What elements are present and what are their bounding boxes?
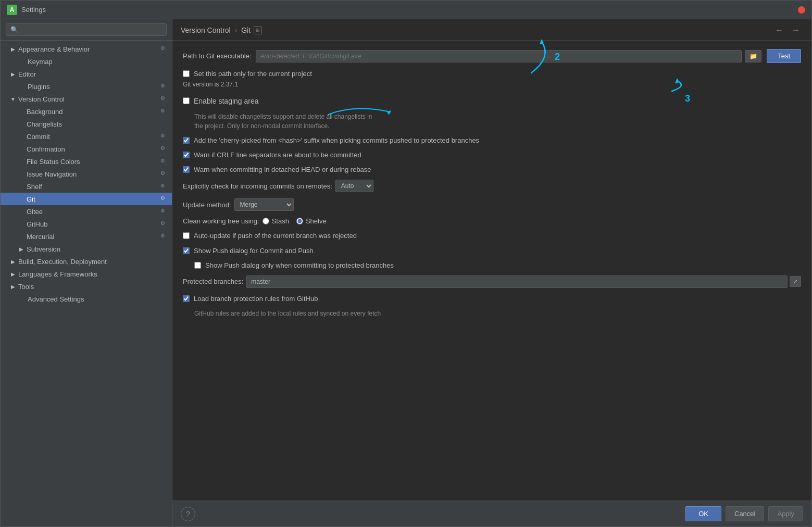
- clean-working-tree-row: Clean working tree using: Stash Shelve: [183, 217, 801, 225]
- arrow-icon: ▶: [9, 70, 17, 78]
- item-label: Commit: [27, 133, 160, 141]
- arrow-placeholder: [17, 145, 26, 153]
- staging-description: This will disable changelists support an…: [194, 112, 801, 131]
- incoming-commits-label: Explicitly check for incoming commits on…: [183, 182, 332, 190]
- sidebar-item-keymap[interactable]: Keymap: [1, 55, 172, 68]
- item-label: Version Control: [18, 95, 160, 103]
- shelve-option[interactable]: Shelve: [296, 217, 327, 225]
- auto-update-row: Auto-update if push of the current branc…: [183, 231, 801, 241]
- search-input[interactable]: [6, 23, 167, 36]
- update-method-select[interactable]: Merge Rebase Branch Default: [234, 198, 294, 211]
- detached-head-checkbox[interactable]: [183, 166, 190, 173]
- arrow-icon: ▶: [9, 282, 17, 291]
- path-row: Path to Git executable: 📁 Test: [183, 49, 801, 63]
- path-input-group: 📁: [256, 50, 762, 62]
- stash-radio[interactable]: [263, 218, 269, 224]
- content-panel: Version Control › Git ⊞ ← → Path to Git …: [172, 19, 811, 526]
- sidebar-item-issue-navigation[interactable]: Issue Navigation ⚙: [1, 168, 172, 180]
- content-header: Version Control › Git ⊞ ← →: [172, 19, 811, 41]
- show-push-protected-label[interactable]: Show Push dialog only when committing to…: [205, 261, 394, 270]
- show-push-dialog-label[interactable]: Show Push dialog for Commit and Push: [194, 246, 314, 256]
- protected-branches-input[interactable]: [246, 275, 788, 288]
- cancel-button[interactable]: Cancel: [726, 506, 764, 521]
- enable-staging-checkbox[interactable]: [183, 97, 190, 104]
- nav-back-button[interactable]: ←: [772, 24, 786, 36]
- arrow-placeholder: [17, 157, 26, 166]
- expand-button[interactable]: ⤢: [790, 276, 801, 287]
- show-push-dialog-checkbox[interactable]: [183, 247, 190, 254]
- auto-update-label[interactable]: Auto-update if push of the current branc…: [194, 231, 357, 241]
- browse-button[interactable]: 📁: [745, 50, 761, 62]
- item-label: Advanced Settings: [28, 295, 168, 303]
- arrow-icon: ▼: [9, 95, 17, 103]
- load-branch-checkbox[interactable]: [183, 295, 190, 302]
- help-button[interactable]: ?: [181, 507, 195, 521]
- sidebar-item-appearance[interactable]: ▶ Appearance & Behavior ⚙: [1, 43, 172, 55]
- settings-badge-icon: ⚙: [160, 45, 168, 53]
- bottom-bar: ? OK Cancel Apply: [172, 500, 811, 526]
- nav-arrows: ← →: [772, 24, 803, 36]
- sidebar-item-gitee[interactable]: Gitee ⚙: [1, 205, 172, 218]
- show-push-protected-checkbox[interactable]: [194, 262, 201, 269]
- sidebar-item-mercurial[interactable]: Mercurial ⚙: [1, 230, 172, 243]
- incoming-commits-select[interactable]: Auto Always Never: [335, 180, 373, 192]
- sidebar-item-plugins[interactable]: Plugins ⚙: [1, 80, 172, 93]
- sidebar-item-changelists[interactable]: Changelists: [1, 118, 172, 130]
- sidebar-item-languages-frameworks[interactable]: ▶ Languages & Frameworks: [1, 268, 172, 280]
- crlf-label[interactable]: Warn if CRLF line separators are about t…: [194, 150, 361, 160]
- settings-badge-icon: ⚙: [160, 170, 168, 178]
- sidebar-item-background[interactable]: Background ⚙: [1, 105, 172, 118]
- github-rules-description: GitHub rules are added to the local rule…: [194, 309, 801, 318]
- sidebar-item-editor[interactable]: ▶ Editor: [1, 68, 172, 80]
- load-branch-label[interactable]: Load branch protection rules from GitHub: [194, 294, 318, 304]
- show-push-protected-row: Show Push dialog only when committing to…: [194, 261, 801, 270]
- sidebar-item-version-control[interactable]: ▼ Version Control ⚙: [1, 93, 172, 105]
- shelve-radio[interactable]: [296, 218, 303, 224]
- set-path-label[interactable]: Set this path only for the current proje…: [194, 69, 312, 79]
- path-input[interactable]: [256, 50, 742, 62]
- window-title: Settings: [21, 6, 798, 14]
- enable-staging-label[interactable]: Enable staging area: [194, 96, 259, 107]
- set-path-checkbox[interactable]: [183, 70, 190, 77]
- sidebar-item-advanced-settings[interactable]: Advanced Settings: [1, 293, 172, 305]
- item-label: GitHub: [27, 220, 160, 228]
- sidebar-item-tools[interactable]: ▶ Tools: [1, 280, 172, 293]
- apply-button[interactable]: Apply: [768, 506, 803, 521]
- shelve-label: Shelve: [306, 217, 327, 225]
- settings-icon[interactable]: ⊞: [254, 26, 262, 34]
- nav-forward-button[interactable]: →: [789, 24, 803, 36]
- stash-option[interactable]: Stash: [263, 217, 289, 225]
- breadcrumb: Version Control › Git: [181, 26, 251, 34]
- close-button[interactable]: [798, 6, 805, 14]
- cherry-pick-row: Add the 'cherry-picked from <hash>' suff…: [183, 136, 801, 145]
- action-buttons: OK Cancel Apply: [685, 506, 803, 521]
- item-label: Issue Navigation: [27, 170, 160, 178]
- item-label: Shelf: [27, 183, 160, 191]
- sidebar-item-subversion[interactable]: ▶ Subversion: [1, 243, 172, 255]
- auto-update-checkbox[interactable]: [183, 232, 190, 239]
- test-button[interactable]: Test: [767, 49, 801, 63]
- arrow-icon: ▶: [9, 257, 17, 266]
- git-version-text: Git version is 2.37.1: [183, 81, 801, 88]
- breadcrumb-current: Git: [241, 26, 251, 34]
- sidebar-item-build-execution[interactable]: ▶ Build, Execution, Deployment: [1, 255, 172, 268]
- settings-badge-icon: ⚙: [160, 133, 168, 140]
- sidebar-item-github[interactable]: GitHub ⚙: [1, 218, 172, 230]
- arrow-placeholder: [17, 232, 26, 241]
- item-label: Git: [27, 195, 160, 203]
- sidebar-item-file-status-colors[interactable]: File Status Colors ⚙: [1, 155, 172, 168]
- cherry-pick-checkbox[interactable]: [183, 137, 190, 144]
- app-icon: A: [7, 5, 17, 15]
- protected-branches-label: Protected branches:: [183, 278, 243, 285]
- sidebar-item-confirmation[interactable]: Confirmation ⚙: [1, 143, 172, 155]
- sidebar-item-shelf[interactable]: Shelf ⚙: [1, 180, 172, 193]
- item-label: Languages & Frameworks: [18, 270, 168, 278]
- crlf-row: Warn if CRLF line separators are about t…: [183, 150, 801, 160]
- settings-badge-icon: ⚙: [160, 220, 168, 228]
- ok-button[interactable]: OK: [685, 506, 721, 521]
- detached-head-label[interactable]: Warn when committing in detached HEAD or…: [194, 165, 371, 174]
- cherry-pick-label[interactable]: Add the 'cherry-picked from <hash>' suff…: [194, 136, 479, 145]
- sidebar-item-commit[interactable]: Commit ⚙: [1, 130, 172, 143]
- crlf-checkbox[interactable]: [183, 152, 190, 158]
- sidebar-item-git[interactable]: Git ⚙: [1, 193, 172, 205]
